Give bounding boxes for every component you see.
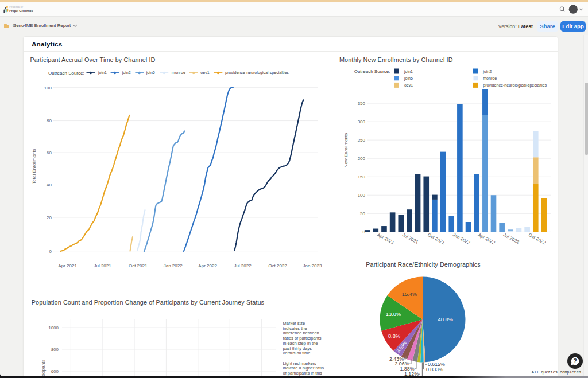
svg-text:Outreach Source:: Outreach Source: (354, 69, 390, 74)
svg-text:800: 800 (51, 347, 59, 352)
svg-text:past thirty days: past thirty days (283, 346, 312, 351)
svg-text:oev1: oev1 (404, 83, 413, 88)
svg-text:Jan 2023: Jan 2023 (303, 263, 322, 268)
svg-text:monroe: monroe (483, 76, 497, 81)
svg-text:Number of Participants: Number of Participants (41, 360, 46, 378)
svg-text:providence-neurological-specia: providence-neurological-specialties (225, 71, 289, 75)
svg-text:40: 40 (47, 182, 52, 188)
svg-text:Propel Genomics: Propel Genomics (9, 9, 33, 13)
svg-text:join1: join1 (404, 69, 413, 74)
svg-text:Outreach Source:: Outreach Source: (48, 71, 84, 76)
svg-text:80: 80 (47, 118, 52, 123)
svg-text:oev1: oev1 (200, 71, 209, 75)
svg-text:Oct 2022: Oct 2022 (268, 263, 287, 268)
svg-text:15.4%: 15.4% (402, 291, 417, 297)
svg-text:Apr 2021: Apr 2021 (58, 263, 77, 268)
svg-text:200: 200 (358, 156, 366, 161)
svg-text:60: 60 (47, 150, 52, 155)
svg-text:New Enrollments: New Enrollments (343, 133, 349, 167)
svg-text:Light red markers: Light red markers (283, 361, 317, 366)
svg-text:indicate a higher ratio: indicate a higher ratio (283, 365, 324, 371)
svg-text:Participant Race/Ethnicity Dem: Participant Race/Ethnicity Demographics (366, 261, 481, 268)
svg-text:join2: join2 (482, 69, 492, 74)
svg-text:100: 100 (358, 193, 366, 198)
svg-text:versus all time.: versus all time. (283, 350, 312, 356)
svg-text:Participant Accrual Over Time: Participant Accrual Over Time by Channel… (30, 56, 156, 63)
svg-text:Marker size: Marker size (283, 321, 305, 326)
svg-text:join5: join5 (404, 76, 413, 81)
svg-text:join5: join5 (146, 71, 155, 75)
svg-text:in each step in the: in each step in the (283, 341, 318, 346)
svg-text:Apr 2022: Apr 2022 (198, 263, 217, 268)
svg-text:Population Count and Proportio: Population Count and Proportion Change o… (32, 299, 265, 306)
svg-text:monroe: monroe (172, 71, 185, 75)
svg-text:48.8%: 48.8% (438, 317, 453, 322)
svg-text:300: 300 (358, 119, 366, 124)
svg-text:13.8%: 13.8% (386, 311, 401, 317)
svg-text:600: 600 (51, 369, 59, 374)
svg-text:POWERED BY: POWERED BY (10, 6, 24, 9)
svg-text:20: 20 (47, 215, 52, 220)
svg-text:100: 100 (44, 85, 52, 91)
svg-text:Jul 2021: Jul 2021 (94, 263, 111, 268)
svg-text:Oct 2021: Oct 2021 (427, 232, 446, 245)
svg-text:Oct 2022: Oct 2022 (528, 232, 547, 245)
svg-text:Jan 2022: Jan 2022 (452, 232, 471, 246)
svg-text:join2: join2 (122, 71, 131, 75)
svg-text:join1: join1 (98, 71, 107, 75)
svg-text:Apr 2022: Apr 2022 (477, 232, 496, 245)
svg-text:difference between: difference between (283, 330, 319, 336)
svg-text:8.8%: 8.8% (388, 333, 400, 339)
svg-text:providence-neurological-specia: providence-neurological-specialties (483, 83, 547, 88)
svg-text:350: 350 (358, 101, 366, 106)
svg-text:150: 150 (358, 174, 366, 180)
svg-text:50: 50 (360, 211, 365, 216)
svg-text:Monthly New Enrollments by Cha: Monthly New Enrollments by Channel ID (339, 56, 453, 63)
svg-text:of participants in this: of participants in this (283, 371, 323, 376)
svg-text:Apr 2021: Apr 2021 (376, 232, 395, 245)
svg-text:0: 0 (49, 249, 52, 254)
svg-text:Total Enrollments: Total Enrollments (32, 149, 37, 184)
svg-text:Jul 2021: Jul 2021 (401, 232, 419, 245)
svg-text:Oct 2021: Oct 2021 (129, 263, 148, 268)
svg-text:ratios of participants: ratios of participants (283, 336, 322, 341)
svg-text:Jul 2022: Jul 2022 (502, 232, 520, 245)
svg-text:?: ? (573, 358, 577, 364)
svg-text:250: 250 (358, 138, 366, 143)
svg-text:indicates the: indicates the (283, 326, 307, 331)
svg-text:Jan 2022: Jan 2022 (164, 263, 183, 268)
svg-text:1000: 1000 (48, 325, 59, 330)
svg-text:Jul 2022: Jul 2022 (234, 263, 252, 268)
